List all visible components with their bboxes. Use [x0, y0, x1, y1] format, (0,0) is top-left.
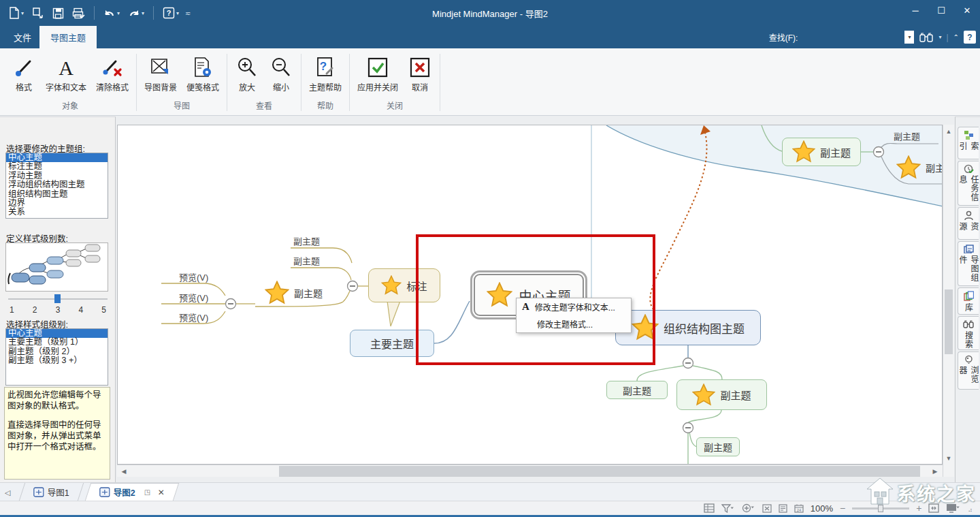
list-item[interactable]: 边界	[6, 199, 108, 208]
org-subtopic[interactable]: 副主题	[606, 381, 668, 399]
notes-format-icon	[191, 57, 214, 78]
zoom-in-button[interactable]: 放大	[230, 52, 264, 95]
topic-group-listbox[interactable]: 中心主题 标注主题 浮动主题 浮动组织结构图主题 组织结构图主题 边界 关系	[5, 153, 108, 219]
print-button[interactable]	[70, 6, 87, 20]
list-item[interactable]: 主要主题（级别 1）	[6, 338, 108, 347]
topic-properties-icon[interactable]	[704, 503, 715, 513]
preview-topic[interactable]: 预览(V)	[179, 311, 208, 324]
close-doc-icon[interactable]: ✕	[158, 488, 165, 497]
sidebar-tab-map-parts[interactable]: 导图组件	[958, 241, 979, 286]
help-button[interactable]: ? ▾	[161, 5, 181, 20]
new-document-button[interactable]: ▾	[7, 5, 26, 20]
vertical-scroll-thumb[interactable]	[945, 289, 953, 354]
redo-button[interactable]: ▾	[126, 7, 146, 20]
subtopic-line[interactable]: 副主题	[894, 129, 920, 142]
calendar-icon[interactable]: 24	[794, 504, 804, 513]
notes-icon[interactable]	[779, 504, 787, 513]
save-button[interactable]	[50, 6, 66, 20]
find-binoculars-icon[interactable]	[919, 31, 934, 44]
format-button[interactable]: 格式	[7, 52, 41, 95]
resize-grip-icon[interactable]: ⣠	[968, 505, 973, 512]
doc-tab-map2[interactable]: 导图2 ◳ ✕	[85, 483, 180, 501]
subtopic-line[interactable]: 副主题	[293, 254, 320, 267]
find-options-caret-icon[interactable]: ▾	[938, 34, 941, 40]
customize-qat-icon[interactable]: ≂	[185, 10, 191, 17]
star-icon	[792, 140, 815, 163]
clear-format-button[interactable]: 清除格式	[91, 52, 133, 95]
menu-item-format[interactable]: 修改主题格式...	[517, 315, 631, 332]
cancel-button[interactable]: 取消	[403, 52, 437, 95]
filter-icon[interactable]	[721, 504, 735, 513]
close-button[interactable]: ✕	[954, 0, 980, 20]
new-document-caret-icon[interactable]: ▾	[21, 10, 24, 16]
fit-map-icon[interactable]	[928, 503, 939, 513]
org-chart-topic[interactable]: 组织结构图主题	[615, 310, 761, 345]
undo-caret-icon[interactable]: ▾	[117, 10, 120, 16]
sidebar-tab-library[interactable]: 库	[958, 287, 979, 315]
list-item[interactable]: 浮动组织结构图主题	[6, 181, 108, 189]
levels-slider-thumb[interactable]	[54, 294, 61, 303]
collapse-ribbon-icon[interactable]: ⌃	[953, 33, 959, 41]
redo-caret-icon[interactable]: ▾	[142, 10, 144, 16]
scroll-right-icon[interactable]: ▶	[930, 466, 941, 477]
subtopic-star[interactable]: 副主题	[265, 281, 323, 305]
scroll-down-icon[interactable]: ▼	[943, 453, 954, 464]
doc-tab-map1[interactable]: 导图1	[19, 483, 84, 501]
zoom-out-icon[interactable]: −	[840, 503, 845, 514]
group-label-object: 对象	[7, 97, 133, 114]
zoom-out-button[interactable]: 缩小	[264, 52, 298, 95]
subtopic-line[interactable]: 副主题	[293, 234, 320, 247]
main-topic[interactable]: 主要主题	[350, 330, 434, 357]
sidebar-tab-index[interactable]: 索引	[958, 127, 979, 159]
zoom-slider-thumb[interactable]	[878, 505, 883, 512]
horizontal-scroll-thumb[interactable]	[279, 466, 920, 477]
presentation-icon[interactable]	[946, 503, 961, 513]
subtopic-star[interactable]: 副主题	[896, 155, 943, 180]
tab-file[interactable]: 文件	[3, 26, 42, 48]
sidebar-tab-search[interactable]: 搜索	[958, 316, 979, 350]
quick-filter-icon[interactable]	[742, 503, 755, 513]
zoom-slider[interactable]	[852, 507, 909, 510]
apply-close-button[interactable]: 应用并关闭	[353, 52, 403, 95]
menu-item-font[interactable]: A 修改主题字体和文本...	[517, 298, 631, 315]
map-canvas[interactable]: 预览(V) 预览(V) 预览(V) 副主题 副主题 副主题 标注 主要主题 中心…	[117, 125, 943, 465]
sidebar-tab-browser[interactable]: 浏览器	[958, 351, 979, 390]
tab-scroll-left-icon[interactable]: ◁	[0, 488, 15, 501]
restore-doc-icon[interactable]: ◳	[144, 488, 150, 496]
maximize-button[interactable]: ☐	[928, 0, 954, 20]
help-caret-icon[interactable]: ▾	[176, 10, 179, 16]
help-icon: ?	[163, 7, 175, 19]
map-background-button[interactable]: 导图背景	[140, 52, 182, 95]
open-button[interactable]	[30, 5, 46, 20]
style-levels-preview	[5, 242, 108, 292]
ribbon-help-button[interactable]: ?	[964, 31, 976, 44]
group-label-help: 帮助	[304, 97, 346, 114]
scroll-left-icon[interactable]: ◀	[118, 466, 129, 477]
tab-map-theme[interactable]: 导图主题	[39, 26, 97, 48]
sidebar-tab-task-info[interactable]: 任务信息	[958, 161, 979, 206]
sidebar-tab-resources[interactable]: 资源	[958, 207, 979, 240]
list-item[interactable]: 副主题（级别 3 +）	[6, 356, 108, 365]
vertical-scrollbar[interactable]: ▲ ▼	[943, 125, 954, 477]
list-item[interactable]: 标注主题	[6, 162, 108, 171]
callout-topic[interactable]: 标注	[368, 268, 440, 302]
org-subtopic[interactable]: 副主题	[696, 437, 740, 456]
org-subtopic-star[interactable]: 副主题	[676, 379, 767, 410]
horizontal-scrollbar[interactable]: ◀ ▶	[117, 465, 943, 477]
style-level-listbox[interactable]: 中心主题 主要主题（级别 1） 副主题（级别 2） 副主题（级别 3 +）	[5, 328, 108, 386]
scroll-up-icon[interactable]: ▲	[943, 126, 954, 137]
list-item[interactable]: 组织结构图主题	[6, 190, 108, 199]
list-item[interactable]: 关系	[6, 208, 108, 217]
floating-subtopic-star[interactable]: 副主题	[782, 138, 861, 166]
preview-topic[interactable]: 预览(V)	[179, 291, 208, 304]
find-dropdown[interactable]: ▾	[904, 31, 914, 44]
list-item[interactable]: 中心主题	[6, 329, 108, 338]
undo-button[interactable]: ▾	[101, 7, 122, 20]
theme-help-button[interactable]: ? 主题帮助	[304, 52, 346, 95]
preview-topic[interactable]: 预览(V)	[179, 270, 208, 283]
remove-filter-icon[interactable]	[762, 504, 772, 513]
notes-format-button[interactable]: 便笺格式	[182, 52, 224, 95]
zoom-in-icon[interactable]: +	[916, 503, 921, 514]
minimize-button[interactable]: ─	[902, 0, 928, 20]
font-text-button[interactable]: A 字体和文本	[41, 52, 91, 95]
